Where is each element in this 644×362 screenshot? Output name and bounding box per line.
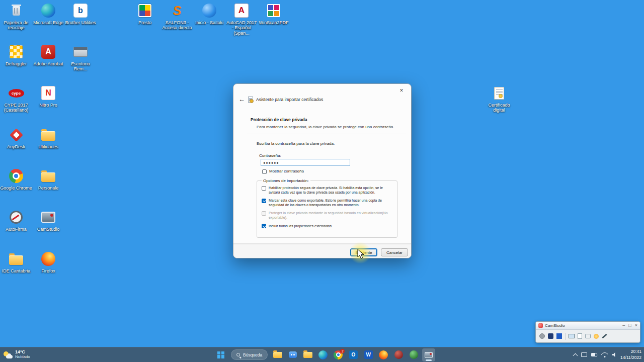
option-mark-exportable-checkbox[interactable]: Marcar esta clave como exportable. Esto … [262,198,392,207]
show-password-checkbox[interactable]: Mostrar contraseña [262,169,304,174]
camstudio-window: CamStudio – □ × [535,321,640,343]
stop-button[interactable] [556,333,562,339]
close-icon[interactable]: × [394,85,409,95]
folder-icon [8,250,25,267]
taskbar-folder[interactable] [301,348,314,361]
icon-label: Utilidades [32,144,64,149]
tray-clock[interactable]: 20:41 14/11/2022 [620,349,641,360]
password-label: Contraseña: [259,153,281,158]
desktop-icon-adobe-acrobat[interactable]: A Adobe Acrobat [32,43,64,66]
firefox-icon [40,250,57,267]
battery-icon[interactable] [591,353,597,356]
pause-button[interactable] [548,333,553,339]
desktop-icon-anydesk[interactable]: AnyDesk [0,126,32,149]
icon-label: Brother Utilities [64,20,97,25]
start-button[interactable] [214,348,227,361]
icon-label: CYPE 2017 (Castellano) [0,103,32,113]
tray-date: 14/11/2022 [620,355,641,360]
taskbar-camstudio[interactable] [422,348,435,361]
desktop-icon-inicio-saltoki[interactable]: Inicio - Saltoki [193,2,225,25]
network-icon[interactable] [601,352,608,357]
desktop-icon-ide-cantabria[interactable]: IDE Cantabria [0,250,32,274]
option-strong-protection-checkbox[interactable]: Habilitar protección segura de clave pri… [262,186,392,195]
icon-label: AutoCAD 2017 - Español (Span... [225,20,258,36]
button-separator [233,244,411,244]
taskbar-edge[interactable] [316,348,330,361]
edge-icon [318,350,328,359]
option-extended-properties-checkbox[interactable]: Incluir todas las propiedades extendidas… [262,224,392,229]
camstudio-toolbar [536,330,640,342]
cancel-button[interactable]: Cancelar [381,248,408,256]
annotation-icon[interactable] [585,334,591,338]
options-group-label: Opciones de importación: [262,178,310,183]
word-icon: W [364,350,373,359]
maximize-icon[interactable]: □ [628,323,631,328]
import-options-group: Opciones de importación: Habilitar prote… [257,178,397,238]
cype-icon: cype [8,84,25,102]
taskbar-search[interactable]: Búsqueda [231,349,268,360]
notification-badge: 2 [340,349,345,353]
desktop-icon-firefox[interactable]: Firefox [32,250,64,274]
volume-icon[interactable] [612,352,616,357]
taskbar-chrome[interactable]: 2 [332,348,345,361]
desktop-icon-escritorio-remoto[interactable]: Escritorio Rem... [64,43,97,72]
next-button[interactable]: Siguiente [350,248,377,256]
desktop-icon-edge[interactable]: Microsoft Edge [32,2,64,25]
camstudio-titlebar[interactable]: CamStudio – □ × [536,322,640,330]
taskbar-firefox[interactable] [377,348,390,361]
taskbar-outlook[interactable]: O [347,348,360,361]
taskbar-red-app[interactable] [392,348,405,361]
desktop-icon-personale[interactable]: Personale [32,167,64,191]
acrobat-letter: A [45,47,51,56]
document-icon[interactable] [578,333,582,339]
recycle-bin-icon [8,2,25,19]
cype-text: cype [12,91,21,96]
file-explorer-icon [273,352,282,358]
firefox-icon [379,350,388,359]
weather-widget[interactable]: 14°C Nublado [4,347,30,362]
presto-icon [136,2,153,19]
desktop-icon-utilidades[interactable]: Utilidades [32,126,64,149]
dialog-title: Asistente para importar certificados [256,97,323,102]
taskbar-file-explorer[interactable] [271,348,284,361]
desktop-icon-presto[interactable]: Presto [129,2,161,25]
back-arrow-icon[interactable]: ← [238,96,245,103]
folder-icon [40,126,57,143]
acrobat-icon: A [40,43,57,60]
desktop-icon-salfon3[interactable]: S SALFON3 - Acceso directo [161,2,193,31]
red-app-icon [394,350,403,359]
desktop-icon-defraggler[interactable]: Defraggler [0,43,32,66]
close-icon[interactable]: × [635,323,637,328]
display-tray-icon[interactable] [581,352,587,357]
desktop-icon-brother-utilities[interactable]: b Brother Utilities [64,2,97,25]
icon-label: Firefox [32,268,64,274]
icon-label: IDE Cantabria [0,268,32,274]
desktop-icon-winscan2pdf[interactable]: WinScan2PDF [258,2,290,25]
tools-icon[interactable] [602,334,607,338]
minimize-icon[interactable]: – [622,323,625,328]
desktop-icon-autocad[interactable]: A AutoCAD 2017 - Español (Span... [225,2,258,36]
search-icon [236,353,240,356]
desktop-icon-camstudio[interactable]: CamStudio [32,209,64,232]
region-icon[interactable] [569,334,575,338]
desktop-icon-cype[interactable]: cype CYPE 2017 (Castellano) [0,84,32,113]
icon-label: Escritorio Rem... [64,61,97,72]
desktop-icon-google-chrome[interactable]: Google Chrome [0,167,32,191]
checkbox-label: Marcar esta clave como exportable. Esto … [269,198,392,207]
certificate-wizard-icon [248,97,253,103]
taskbar-teams-chat[interactable] [286,348,299,361]
desktop-icon-recycle-bin[interactable]: Papelera de reciclaje [0,2,32,31]
desktop-icon-nitro-pro[interactable]: N Nitro Pro [32,84,64,108]
taskbar-green-app[interactable] [407,348,420,361]
section-title: Protección de clave privada [251,117,307,122]
effects-icon[interactable] [594,334,599,339]
desktop-icon-certificado-digital[interactable]: Certificado digital [483,84,515,113]
icon-label: CamStudio [32,227,64,232]
dialog-header: ← Asistente para importar certificados [238,96,323,103]
record-button[interactable] [539,333,545,339]
taskbar-word[interactable]: W [362,348,375,361]
password-input[interactable] [261,159,350,166]
defraggler-icon [8,43,25,60]
hidden-icons-chevron-icon[interactable] [573,353,578,358]
desktop-icon-autofirma[interactable]: AutoFirma [0,209,32,232]
